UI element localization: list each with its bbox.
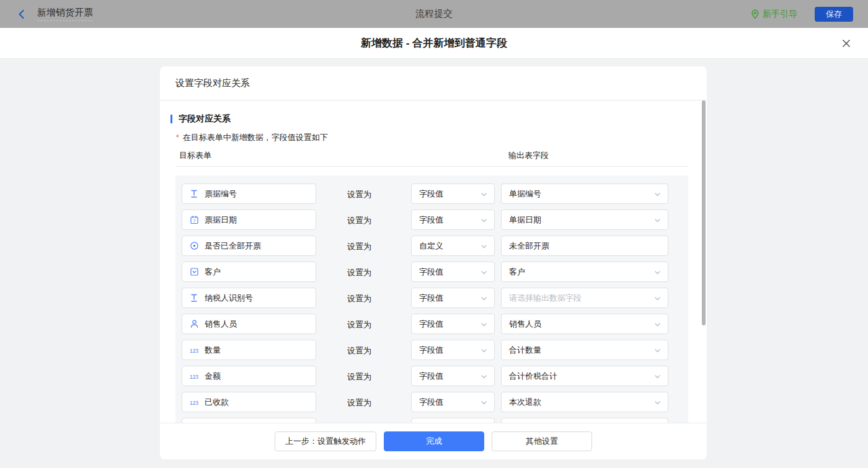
field-mapping-row: 7 票据日期 设置为 字段值 单据日期 [175,210,688,230]
target-field-box[interactable] [182,418,316,423]
other-settings-button[interactable]: 其他设置 [492,431,592,451]
target-field-box[interactable]: 纳税人识别号 [182,288,316,308]
output-field-label: 合计数量 [509,345,541,356]
output-field-dropdown[interactable]: 客户 [501,262,668,282]
guide-pin-icon [751,9,760,19]
field-mapping-row: 纳税人识别号 设置为 字段值 请选择输出数据字段 [175,288,688,308]
output-field-label: 合计价税合计 [509,371,557,382]
set-as-label: 设置为 [347,319,371,330]
topbar: 新增销货开票 流程提交 新手引导 保存 [0,0,868,28]
card-body: 字段对应关系 *在目标表单中新增数据，字段值设置如下 目标表单 输出表字段 票据… [160,100,707,423]
field-mapping-row: 客户 设置为 字段值 客户 [175,262,688,282]
output-field-label: 本次退款 [509,397,541,408]
chevron-down-icon [653,320,662,329]
value-mode-label: 字段值 [419,267,443,278]
beginner-guide-link[interactable]: 新手引导 [751,9,797,20]
output-field-dropdown[interactable]: 单据编号 [501,183,668,204]
value-mode-dropdown[interactable]: 自定义 [411,236,495,256]
save-button[interactable]: 保存 [815,7,853,22]
output-field-dropdown[interactable]: 合计数量 [501,340,668,360]
chevron-down-icon [653,347,662,355]
chevron-down-icon [480,399,488,407]
value-mode-label: 字段值 [419,345,443,356]
target-field-box[interactable]: 销售人员 [182,314,316,334]
user-field-icon [188,319,200,329]
target-field-label: 金额 [205,371,221,382]
topbar-tab-label: 流程提交 [0,0,868,28]
add-data-modal: 新增数据 - 合并新增到普通字段 设置字段对应关系 字段对应关系 *在目标表单中… [0,28,868,468]
scrollbar[interactable] [702,100,706,325]
set-as-label: 设置为 [347,293,371,304]
card-footer: 上一步：设置触发动作 完成 其他设置 [160,423,707,459]
value-mode-dropdown[interactable]: 字段值 [411,314,495,334]
target-field-label: 票据日期 [205,214,237,226]
modal-title: 新增数据 - 合并新增到普通字段 [361,36,507,50]
close-icon[interactable] [839,37,853,50]
output-field-label: 销售人员 [509,319,541,330]
output-field-label: 未全部开票 [509,241,549,252]
value-mode-dropdown[interactable]: 字段值 [411,183,495,204]
set-as-label: 设置为 [347,371,371,382]
set-as-label: 设置为 [347,397,371,408]
chevron-down-icon [480,373,488,381]
date-field-icon: 7 [188,215,200,224]
set-as-label: 设置为 [347,189,371,200]
number-field-icon: 123 [188,399,200,406]
target-field-box[interactable]: 是否已全部开票 [182,236,316,256]
set-as-label: 设置为 [347,241,371,252]
target-field-box[interactable]: 123 已收款 [182,392,316,412]
target-field-box[interactable]: 123 数量 [182,340,316,360]
column-divider [175,166,688,167]
prev-step-button[interactable]: 上一步：设置触发动作 [275,431,376,451]
field-mapping-row: 销售人员 设置为 字段值 销售人员 [175,314,688,334]
output-field-dropdown[interactable] [501,418,668,423]
target-field-label: 票据编号 [205,188,237,200]
svg-text:7: 7 [193,219,195,223]
output-field-dropdown[interactable]: 合计价税合计 [501,366,668,386]
output-field-label: 客户 [509,267,525,278]
column-header-output-field: 输出表字段 [508,150,549,161]
text-field-icon [188,189,200,198]
svg-text:123: 123 [190,399,198,405]
value-mode-dropdown[interactable] [411,418,495,423]
value-mode-dropdown[interactable]: 字段值 [411,366,495,386]
number-field-icon: 123 [188,347,200,354]
select-field-icon [188,267,200,276]
value-mode-dropdown[interactable]: 字段值 [411,210,495,230]
section-title: 字段对应关系 [170,113,231,125]
value-mode-dropdown[interactable]: 字段值 [411,392,495,412]
field-mapping-row: 是否已全部开票 设置为 自定义 未全部开票 [175,236,688,256]
value-mode-dropdown[interactable]: 字段值 [411,262,495,282]
column-headers: 目标表单 输出表字段 [160,150,707,161]
value-mode-label: 字段值 [419,188,443,200]
output-field-dropdown[interactable]: 单据日期 [501,210,668,230]
field-mapping-row: 123 已收款 设置为 字段值 本次退款 [175,392,688,412]
card-title: 设置字段对应关系 [160,66,707,100]
value-mode-dropdown[interactable]: 字段值 [411,340,495,360]
output-field-dropdown[interactable]: 请选择输出数据字段 [501,288,668,308]
section-description: *在目标表单中新增数据，字段值设置如下 [176,132,328,143]
output-field-dropdown[interactable]: 销售人员 [501,314,668,334]
chevron-down-icon [480,190,488,198]
target-field-box[interactable]: 7 票据日期 [182,210,316,230]
output-field-dropdown[interactable]: 本次退款 [501,392,668,412]
value-mode-dropdown[interactable]: 字段值 [411,288,495,308]
output-value-input[interactable]: 未全部开票 [501,236,668,256]
target-field-box[interactable]: 票据编号 [182,183,316,204]
radio-field-icon [188,241,200,250]
field-mapping-row: 123 金额 设置为 字段值 合计价税合计 [175,366,688,386]
target-field-box[interactable]: 客户 [182,262,316,282]
value-mode-label: 字段值 [419,371,443,382]
chevron-down-icon [653,294,662,302]
set-as-label: 设置为 [347,267,371,278]
field-mapping-list: 票据编号 设置为 字段值 单据编号 7 票据日期 设置为 字段值 [175,175,688,423]
guide-label: 新手引导 [763,9,797,20]
done-button[interactable]: 完成 [384,431,484,451]
target-field-label: 客户 [205,267,221,278]
target-field-box[interactable]: 123 金额 [182,366,316,386]
column-header-target-form: 目标表单 [179,150,211,161]
value-mode-label: 自定义 [419,241,443,252]
modal-header: 新增数据 - 合并新增到普通字段 [0,28,868,59]
target-field-label: 数量 [205,345,221,356]
chevron-down-icon [653,373,662,381]
